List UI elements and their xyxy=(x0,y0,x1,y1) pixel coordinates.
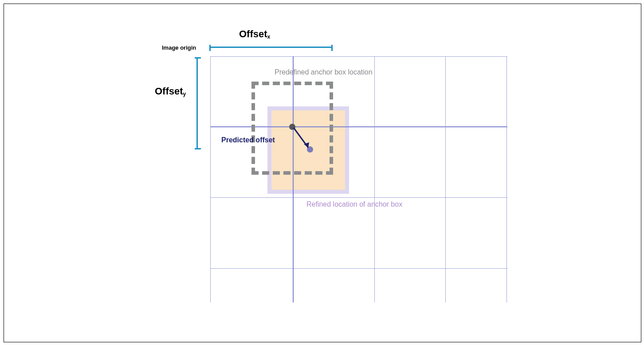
offset-y-bracket xyxy=(196,57,198,149)
image-origin-label: Image origin xyxy=(162,44,196,51)
predicted-offset-label: Predicted offset xyxy=(221,136,275,144)
offset-x-label: Offsetx xyxy=(239,28,270,40)
offset-y-label: Offsety xyxy=(155,86,186,97)
refined-location-label: Refined location of anchor box xyxy=(306,200,402,208)
offset-x-bracket xyxy=(209,47,333,48)
refined-center-point xyxy=(307,146,313,153)
predefined-anchor-label: Predefined anchor box location xyxy=(275,68,373,76)
diagram-canvas: Offsetx Image origin Offsety Predefined … xyxy=(4,4,641,342)
anchor-center-point xyxy=(289,124,295,130)
